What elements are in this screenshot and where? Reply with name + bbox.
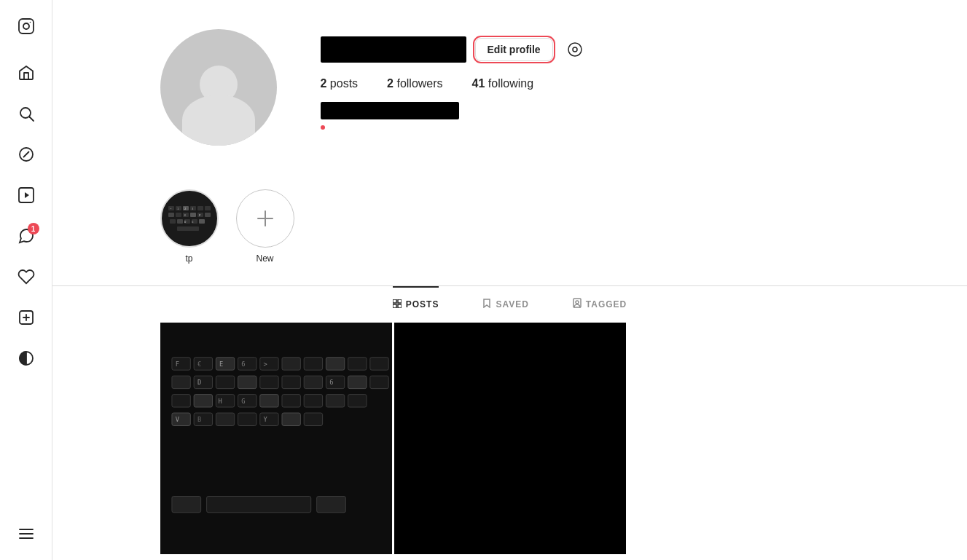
svg-rect-0 (19, 19, 34, 33)
saved-tab-icon (482, 298, 491, 310)
profile-area: Edit profile 2 posts 2 followers (146, 0, 874, 146)
create-icon[interactable] (9, 300, 44, 335)
bio-hidden-block (321, 102, 459, 119)
post-item-dark[interactable] (394, 323, 626, 554)
explore-icon[interactable] (9, 137, 44, 172)
story-label-tp: tp (185, 253, 192, 264)
svg-rect-102 (171, 497, 200, 513)
svg-line-4 (29, 117, 34, 122)
avatar (160, 29, 277, 146)
story-item-tp[interactable]: ~ 1 2 3 P E D G tp (160, 189, 219, 264)
tagged-tab-icon (573, 298, 582, 310)
edit-profile-button[interactable]: Edit profile (475, 38, 553, 61)
svg-rect-24 (168, 213, 174, 217)
svg-text:Y: Y (263, 416, 267, 423)
message-badge: 1 (28, 223, 39, 234)
profile-stats: 2 posts 2 followers 41 following (321, 77, 860, 90)
svg-rect-67 (259, 376, 278, 388)
svg-point-51 (576, 301, 579, 304)
settings-icon[interactable] (562, 36, 588, 63)
stories-row: ~ 1 2 3 P E D G tp New (146, 175, 874, 285)
svg-rect-34 (199, 219, 205, 224)
svg-rect-56 (238, 358, 256, 370)
svg-rect-29 (205, 213, 211, 217)
svg-rect-79 (304, 395, 322, 407)
svg-rect-78 (281, 395, 300, 407)
posts-tab-icon (393, 299, 402, 310)
saved-tab-label: SAVED (496, 299, 528, 309)
story-add-button[interactable] (236, 189, 294, 248)
svg-rect-62 (369, 358, 388, 370)
svg-rect-55 (216, 358, 234, 370)
profile-actions: Edit profile (321, 36, 860, 63)
svg-rect-61 (348, 358, 366, 370)
messages-icon[interactable]: 1 (9, 218, 44, 253)
svg-rect-84 (216, 413, 234, 425)
home-icon[interactable] (9, 55, 44, 90)
svg-rect-74 (194, 395, 212, 407)
svg-rect-70 (326, 376, 344, 388)
svg-rect-17 (164, 193, 215, 244)
svg-text:F: F (175, 360, 179, 368)
svg-rect-88 (304, 413, 322, 425)
svg-point-1 (23, 23, 29, 29)
svg-rect-66 (238, 376, 256, 388)
tabs-row: POSTS SAVED TAGGED (146, 286, 874, 320)
svg-rect-59 (304, 358, 322, 370)
story-thumbnail-tp: ~ 1 2 3 P E D G (160, 189, 219, 248)
tab-posts[interactable]: POSTS (393, 286, 439, 320)
story-item-new[interactable]: New (236, 189, 294, 264)
menu-icon[interactable] (9, 516, 44, 551)
followers-count: 2 (387, 77, 394, 90)
svg-rect-31 (177, 219, 183, 224)
svg-rect-30 (170, 219, 176, 224)
posts-tab-label: POSTS (406, 299, 439, 309)
followers-label: followers (394, 77, 443, 90)
svg-rect-71 (348, 376, 366, 388)
svg-rect-48 (393, 304, 396, 308)
mode-toggle-icon[interactable] (9, 341, 44, 376)
svg-rect-46 (393, 299, 396, 303)
svg-rect-49 (398, 304, 402, 308)
svg-rect-35 (177, 226, 199, 231)
tab-saved[interactable]: SAVED (482, 286, 528, 320)
instagram-logo-icon[interactable] (9, 9, 44, 44)
svg-rect-54 (194, 358, 212, 370)
svg-text:E: E (219, 360, 223, 368)
posts-grid: F € E 6 > 6 D G Y V B H (146, 320, 874, 556)
search-icon[interactable] (9, 96, 44, 131)
reels-icon[interactable] (9, 178, 44, 213)
followers-stat[interactable]: 2 followers (387, 77, 442, 90)
likes-icon[interactable] (9, 259, 44, 294)
sidebar: 1 (0, 0, 52, 560)
tab-tagged[interactable]: TAGGED (573, 286, 627, 320)
avatar-body-shape (182, 95, 255, 146)
svg-rect-87 (281, 413, 300, 425)
profile-extra-row (321, 125, 860, 130)
posts-label: posts (326, 77, 358, 90)
svg-text:€: € (197, 360, 200, 368)
post-item-keyboard[interactable]: F € E 6 > 6 D G Y V B H (160, 323, 392, 554)
svg-rect-72 (369, 376, 388, 388)
following-stat[interactable]: 41 following (472, 77, 534, 90)
svg-rect-85 (238, 413, 256, 425)
svg-rect-23 (205, 206, 211, 210)
svg-rect-83 (194, 413, 212, 425)
svg-marker-6 (23, 151, 29, 157)
svg-rect-57 (259, 358, 278, 370)
following-count: 41 (472, 77, 485, 90)
svg-rect-47 (398, 299, 402, 303)
svg-rect-27 (190, 213, 196, 217)
profile-info: Edit profile 2 posts 2 followers (321, 29, 860, 130)
posts-stat[interactable]: 2 posts (321, 77, 359, 90)
story-label-new: New (256, 253, 273, 264)
avatar-person-shape (182, 66, 255, 146)
svg-rect-53 (171, 358, 189, 370)
svg-rect-86 (259, 413, 278, 425)
svg-rect-80 (326, 395, 344, 407)
svg-text:B: B (197, 416, 200, 423)
svg-rect-101 (206, 497, 310, 513)
svg-rect-69 (304, 376, 322, 388)
svg-text:6: 6 (241, 360, 245, 368)
svg-point-15 (568, 43, 582, 56)
